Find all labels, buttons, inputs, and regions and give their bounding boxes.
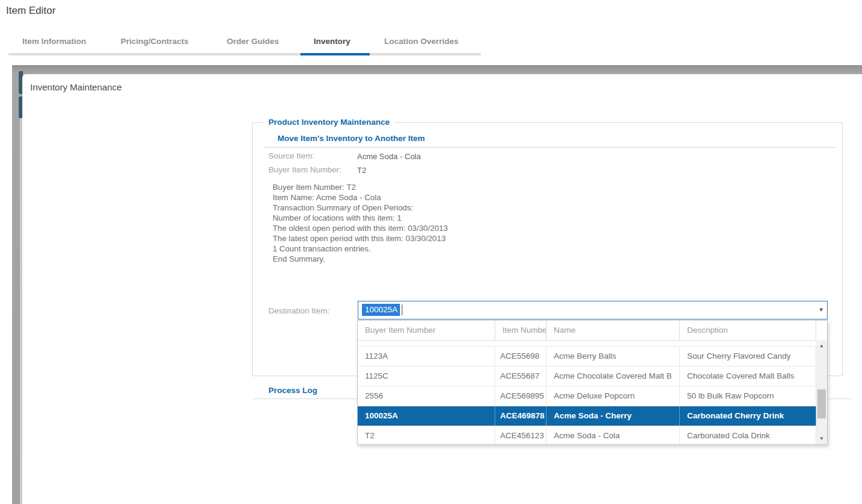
scroll-up-icon[interactable]: ▲ <box>816 342 827 350</box>
cell-name: Acme Chocolate Covered Malt B <box>547 367 680 386</box>
tab-item-information[interactable]: Item Information <box>22 37 86 46</box>
cell-name: Acme Soda - Cola <box>547 426 680 444</box>
buyer-item-number-label: Buyer Item Number: <box>268 165 341 174</box>
cell-buyer-item-number: T2 <box>358 426 495 444</box>
summary-line: Buyer Item Number: T2 <box>273 182 448 192</box>
cell-item-number: ACE569895 <box>495 386 547 406</box>
column-header-filler <box>816 321 827 340</box>
dropdown-row[interactable]: 2556 ACE569895 Acme Deluxe Popcorn 50 lb… <box>358 386 816 406</box>
tab-inventory[interactable]: Inventory <box>314 37 350 46</box>
chevron-down-icon[interactable]: ▾ <box>819 306 823 313</box>
summary-line: Transaction Summary of Open Periods: <box>273 203 448 213</box>
item-editor-screen: Item Editor Item Information Pricing/Con… <box>0 0 862 504</box>
buyer-item-number-value: T2 <box>357 166 366 175</box>
dropdown-scrollbar[interactable]: ▲ ▼ <box>816 340 827 444</box>
summary-line: Number of locations with this item: 1 <box>273 213 448 223</box>
cell-buyer-item-number: 100025A <box>358 406 495 426</box>
dropdown-row[interactable]: 1123A ACE55698 Acme Berry Balls Sour Che… <box>358 347 816 367</box>
dropdown-rows-viewport: 1123A ACE55698 Acme Berry Balls Sour Che… <box>358 341 816 444</box>
cell-item-number: ACE469878 <box>495 406 547 426</box>
destination-item-dropdown: Buyer Item Number Item Number Name Descr… <box>357 320 828 445</box>
tab-order-guides[interactable]: Order Guides <box>227 37 279 46</box>
cell-item-number: ACE55698 <box>495 347 547 366</box>
cell-buyer-item-number: 2556 <box>358 386 495 406</box>
dropdown-row-selected[interactable]: 100025A ACE469878 Acme Soda - Cherry Car… <box>358 406 816 426</box>
tab-location-overrides[interactable]: Location Overrides <box>384 37 458 46</box>
cell-name: Acme Berry Balls <box>547 347 680 366</box>
dropdown-row[interactable]: T2 ACE456123 Acme Soda - Cola Carbonated… <box>358 426 816 444</box>
column-header-name: Name <box>547 321 680 340</box>
move-inventory-subheading: Move Item's Inventory to Another Item <box>277 134 425 143</box>
cell-description: 50 lb Bulk Raw Popcorn <box>680 386 816 406</box>
cell-description: Carbonated Cherry Drink <box>680 406 816 426</box>
subheading-divider <box>264 147 836 148</box>
tab-track <box>8 53 481 55</box>
destination-item-selected-text: 100025A <box>362 304 400 316</box>
cell-description: Chocolate Covered Malt Balls <box>680 367 816 386</box>
scroll-down-icon[interactable]: ▼ <box>816 435 827 443</box>
destination-item-label: Destination Item: <box>268 306 329 315</box>
process-log-heading: Process Log <box>268 386 317 395</box>
tab-pricing-contracts[interactable]: Pricing/Contracts <box>121 37 189 46</box>
column-header-item-number: Item Number <box>495 321 547 340</box>
cell-name: Acme Soda - Cherry <box>547 406 680 426</box>
cell-description: Carbonated Cola Drink <box>680 426 816 444</box>
cell-item-number: ACE55687 <box>495 367 547 386</box>
summary-line: The oldest open period with this item: 0… <box>273 223 448 233</box>
fieldset-legend: Product Inventory Maintenance <box>264 118 395 127</box>
column-header-description: Description <box>680 321 816 340</box>
destination-item-input[interactable]: 100025A ▾ <box>358 301 828 320</box>
dropdown-row[interactable]: 1125C ACE55687 Acme Chocolate Covered Ma… <box>358 367 816 386</box>
transaction-summary: Buyer Item Number: T2 Item Name: Acme So… <box>273 182 448 264</box>
active-tab-indicator <box>300 53 370 55</box>
page-title: Item Editor <box>6 5 55 17</box>
cell-buyer-item-number: 1123A <box>358 347 495 366</box>
dropdown-header-row: Buyer Item Number Item Number Name Descr… <box>358 321 827 341</box>
summary-line: 1 Count transaction entries. <box>273 244 448 254</box>
source-item-label: Source Item: <box>268 151 315 160</box>
cell-description: Sour Cherry Flavored Candy <box>680 347 816 366</box>
summary-line: Item Name: Acme Soda - Cola <box>273 192 448 203</box>
scrollbar-thumb[interactable] <box>817 389 826 418</box>
summary-line: The latest open period with this item: 0… <box>273 233 448 244</box>
cell-buyer-item-number: 1125C <box>358 367 495 386</box>
source-item-value: Acme Soda - Cola <box>357 152 421 161</box>
column-header-buyer-item-number: Buyer Item Number <box>358 321 495 340</box>
clipped-row[interactable] <box>358 341 816 347</box>
panel-title: Inventory Maintenance <box>30 82 122 92</box>
cell-item-number: ACE456123 <box>495 426 547 444</box>
summary-line: End Summary. <box>273 254 448 264</box>
cell-name: Acme Deluxe Popcorn <box>547 386 680 406</box>
text-caret <box>402 304 402 315</box>
